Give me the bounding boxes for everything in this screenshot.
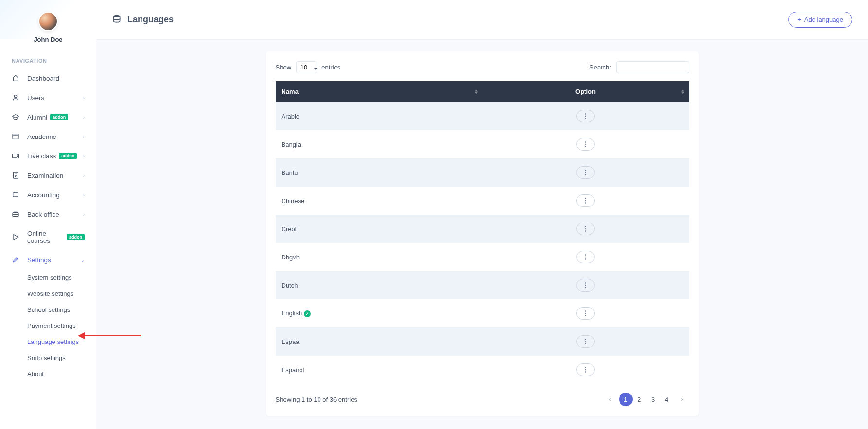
svg-point-30 — [585, 313, 586, 314]
subnav-smtp-settings[interactable]: Smtp settings — [27, 350, 96, 366]
language-name-cell: Dutch — [276, 271, 482, 299]
sidebar-item-settings[interactable]: Settings ⌄ — [0, 250, 96, 270]
sidebar-item-accounting[interactable]: Accounting › — [0, 185, 96, 205]
row-actions-button[interactable] — [576, 307, 595, 320]
language-name-cell: Dhgvh — [276, 243, 482, 271]
language-name-cell: Bangla — [276, 130, 482, 158]
sidebar-item-live-class[interactable]: Live class addon › — [0, 146, 96, 166]
svg-point-34 — [585, 343, 586, 344]
row-actions-button[interactable] — [576, 110, 595, 122]
page-button[interactable]: 4 — [660, 393, 673, 406]
table-info: Showing 1 to 10 of 36 entries — [276, 396, 357, 403]
sidebar-item-examination[interactable]: Examination › — [0, 166, 96, 185]
entries-label: entries — [321, 64, 340, 71]
language-name-cell: Chinese — [276, 187, 482, 215]
row-actions-button[interactable] — [576, 251, 595, 263]
sidebar-item-label: Online courses — [27, 230, 64, 244]
table-row: English — [276, 299, 689, 327]
table-row: Espaa — [276, 327, 689, 356]
sidebar-item-alumni[interactable]: Alumni addon › — [0, 107, 96, 127]
sidebar-item-label: Live class — [27, 153, 56, 160]
row-actions-button[interactable] — [576, 166, 595, 179]
chevron-right-icon: › — [83, 173, 85, 178]
search-control: Search: — [589, 61, 689, 73]
sidebar-item-academic[interactable]: Academic › — [0, 127, 96, 146]
column-nama[interactable]: Nama — [276, 81, 482, 102]
sidebar-item-label: Back office — [27, 211, 59, 218]
svg-point-21 — [585, 228, 586, 229]
entries-select[interactable]: 10 — [296, 61, 317, 73]
svg-point-29 — [585, 310, 586, 311]
column-option[interactable]: Option — [482, 81, 689, 102]
row-actions-button[interactable] — [576, 138, 595, 151]
addon-badge: addon — [67, 234, 85, 240]
svg-point-18 — [585, 200, 586, 201]
sidebar-item-back-office[interactable]: Back office › — [0, 205, 96, 224]
languages-card: Show 10 entries Search: — [266, 51, 699, 416]
table-row: Espanol — [276, 356, 689, 384]
check-icon — [304, 310, 311, 317]
sidebar-item-label: Users — [27, 94, 44, 102]
page-header: Languages + Add language — [96, 0, 868, 40]
svg-point-16 — [585, 174, 586, 175]
users-icon — [12, 94, 19, 102]
page-next-button[interactable]: › — [675, 393, 689, 406]
chevron-right-icon: › — [83, 192, 85, 198]
backoffice-icon — [12, 210, 19, 218]
show-label: Show — [276, 64, 292, 71]
table-row: Arabic — [276, 102, 689, 130]
sidebar-item-dashboard[interactable]: Dashboard — [0, 69, 96, 88]
avatar[interactable] — [38, 12, 58, 31]
languages-table: Nama Option ArabicBanglaBantuChineseCreo… — [276, 81, 689, 384]
svg-point-7 — [113, 15, 120, 17]
option-cell — [482, 327, 689, 356]
profile-name: John Doe — [0, 36, 96, 43]
sidebar-item-users[interactable]: Users › — [0, 88, 96, 107]
subnav-about[interactable]: About — [27, 366, 96, 382]
search-input[interactable] — [616, 61, 689, 73]
sidebar-item-label: Settings — [27, 257, 51, 264]
row-actions-button[interactable] — [576, 363, 595, 376]
svg-point-26 — [585, 282, 586, 283]
chevron-right-icon: › — [83, 115, 85, 120]
page-prev-button[interactable]: ‹ — [603, 393, 617, 406]
sidebar-item-online-courses[interactable]: Online courses addon — [0, 224, 96, 250]
page-button[interactable]: 1 — [619, 393, 633, 406]
nav-section-label: NAVIGATION — [0, 51, 96, 69]
content-area: Show 10 entries Search: — [96, 40, 868, 428]
chevron-right-icon: › — [83, 134, 85, 139]
sidebar-item-label: Examination — [27, 172, 63, 179]
plus-icon: + — [797, 16, 801, 23]
language-name-cell: Espaa — [276, 327, 482, 356]
addon-badge: addon — [59, 153, 77, 159]
subnav-school-settings[interactable]: School settings — [27, 302, 96, 318]
row-actions-button[interactable] — [576, 335, 595, 348]
svg-point-12 — [585, 144, 586, 145]
alumni-icon — [12, 113, 19, 121]
page-button[interactable]: 3 — [646, 393, 660, 406]
settings-submenu: System settings Website settings School … — [0, 270, 96, 382]
row-actions-button[interactable] — [576, 279, 595, 292]
svg-point-27 — [585, 285, 586, 286]
svg-marker-6 — [14, 235, 18, 240]
chevron-down-icon: ⌄ — [81, 257, 85, 263]
row-actions-button[interactable] — [576, 223, 595, 235]
svg-point-14 — [585, 170, 586, 171]
subnav-language-settings[interactable]: Language settings — [27, 334, 96, 350]
profile-block: John Doe — [0, 0, 96, 51]
subnav-payment-settings[interactable]: Payment settings — [27, 318, 96, 334]
page-button[interactable]: 2 — [633, 393, 646, 406]
chevron-right-icon: › — [83, 95, 85, 101]
language-name-cell: Espanol — [276, 356, 482, 384]
subnav-website-settings[interactable]: Website settings — [27, 286, 96, 302]
table-row: Creol — [276, 215, 689, 243]
add-button-label: Add language — [804, 16, 843, 23]
sidebar-item-label: Alumni — [27, 114, 47, 121]
row-actions-button[interactable] — [576, 194, 595, 207]
add-language-button[interactable]: + Add language — [788, 12, 852, 28]
svg-point-28 — [585, 287, 586, 288]
svg-point-15 — [585, 172, 586, 173]
option-cell — [482, 102, 689, 130]
subnav-system-settings[interactable]: System settings — [27, 270, 96, 286]
chevron-right-icon: › — [83, 212, 85, 217]
